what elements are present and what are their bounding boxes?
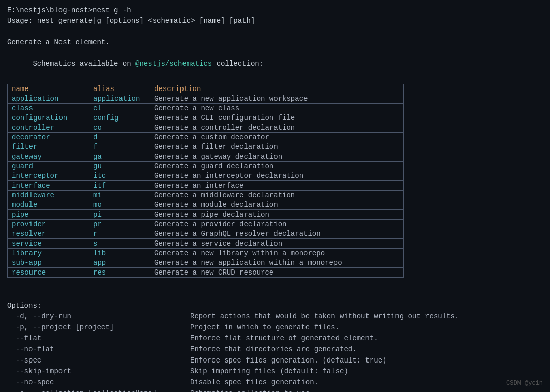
option-flag: --no-flat xyxy=(7,344,190,355)
option-desc: Enforce that directories are generated. xyxy=(190,344,357,355)
option-row: --skip-import Skip importing files (defa… xyxy=(7,366,543,377)
table-cell-desc: Generate a new application within a mono… xyxy=(154,259,342,267)
table-cell-alias: application xyxy=(93,95,154,103)
table-header-row: name alias description xyxy=(8,84,403,94)
table-cell-name: service xyxy=(12,239,93,248)
table-cell-name: gateway xyxy=(12,153,93,161)
table-row: resource res Generate a new CRUD resourc… xyxy=(8,268,403,277)
table-cell-name: class xyxy=(12,104,93,112)
table-row: decorator d Generate a custom decorator xyxy=(8,133,403,142)
table-cell-name: interface xyxy=(12,182,93,190)
table-cell-alias: itc xyxy=(93,172,154,180)
option-row: --flat Enforce flat structure of generat… xyxy=(7,333,543,344)
table-row: library lib Generate a new library withi… xyxy=(8,249,403,258)
option-flag: --spec xyxy=(7,355,190,367)
table-cell-alias: cl xyxy=(93,104,154,112)
table-cell-desc: Generate a gateway declaration xyxy=(154,153,282,161)
blank-line1 xyxy=(7,26,543,37)
table-row: module mo Generate a module declaration xyxy=(8,200,403,210)
table-cell-name: configuration xyxy=(12,114,93,122)
table-cell-desc: Generate a guard declaration xyxy=(154,162,273,170)
table-row: resolver r Generate a GraphQL resolver d… xyxy=(8,229,403,239)
table-cell-desc: Generate a controller declaration xyxy=(154,124,295,132)
schematics-line: Schematics available on @nestjs/schemati… xyxy=(7,48,543,80)
option-row: --no-flat Enforce that directories are g… xyxy=(7,344,543,355)
prompt-line1: E:\nestjs\blog-nest>nest g -h xyxy=(7,5,543,16)
option-flag: --no-spec xyxy=(7,377,190,388)
table-cell-desc: Generate a new class xyxy=(154,104,239,112)
table-cell-alias: app xyxy=(93,259,154,267)
schematics-table: name alias description application appli… xyxy=(7,84,404,278)
table-cell-name: middleware xyxy=(12,191,93,199)
col-header-alias: alias xyxy=(93,85,154,93)
option-flag: -p, --project [project] xyxy=(7,322,190,334)
table-cell-alias: ga xyxy=(93,153,154,161)
option-desc: Disable spec files generation. xyxy=(190,377,318,388)
table-cell-alias: f xyxy=(93,143,154,151)
table-row: middleware mi Generate a middleware decl… xyxy=(8,191,403,200)
table-row: controller co Generate a controller decl… xyxy=(8,123,403,133)
generate-desc: Generate a Nest element. xyxy=(7,37,543,48)
table-cell-alias: s xyxy=(93,239,154,248)
table-row: filter f Generate a filter declaration xyxy=(8,142,403,152)
options-section: Options: -d, --dry-run Report actions th… xyxy=(7,300,543,392)
table-cell-name: resolver xyxy=(12,230,93,238)
table-row: configuration config Generate a CLI conf… xyxy=(8,113,403,123)
option-flag: --skip-import xyxy=(7,366,190,377)
watermark: CSDN @ycin xyxy=(506,380,543,387)
table-cell-desc: Generate a filter declaration xyxy=(154,143,278,151)
col-header-name: name xyxy=(12,85,93,93)
option-flag: --flat xyxy=(7,333,190,344)
table-cell-alias: itf xyxy=(93,182,154,190)
table-cell-alias: config xyxy=(93,114,154,122)
table-cell-desc: Generate an interceptor declaration xyxy=(154,172,303,180)
table-row: class cl Generate a new class xyxy=(8,104,403,113)
option-desc: Enforce spec files generation. (default:… xyxy=(190,355,386,367)
option-desc: Skip importing files (default: false) xyxy=(190,366,348,377)
blank-line2 xyxy=(7,282,543,292)
table-cell-name: resource xyxy=(12,268,93,277)
table-cell-desc: Generate an interface xyxy=(154,182,243,190)
options-header: Options: xyxy=(7,300,543,311)
schematics-prefix: Schematics available on xyxy=(24,59,135,68)
schematics-highlight: @nestjs/schematics xyxy=(135,59,212,68)
option-row: --no-spec Disable spec files generation. xyxy=(7,377,543,388)
table-cell-alias: gu xyxy=(93,162,154,170)
table-cell-alias: mi xyxy=(93,191,154,199)
table-cell-desc: Generate a new application workspace xyxy=(154,95,308,103)
table-cell-name: guard xyxy=(12,162,93,170)
table-cell-alias: co xyxy=(93,124,154,132)
prompt-line2: Usage: nest generate|g [options] <schema… xyxy=(7,16,543,26)
table-row: service s Generate a service declaration xyxy=(8,239,403,249)
table-row: application application Generate a new a… xyxy=(8,94,403,104)
terminal: E:\nestjs\blog-nest>nest g -h Usage: nes… xyxy=(7,5,543,392)
option-row: -c, --collection [collectionName] Schema… xyxy=(7,388,543,392)
option-desc: Project in which to generate files. xyxy=(190,322,340,334)
table-cell-alias: r xyxy=(93,230,154,238)
table-cell-desc: Generate a CLI configuration file xyxy=(154,114,295,122)
table-row: gateway ga Generate a gateway declaratio… xyxy=(8,152,403,162)
table-cell-name: decorator xyxy=(12,133,93,141)
col-header-desc: description xyxy=(154,85,201,93)
table-cell-desc: Generate a service declaration xyxy=(154,239,282,248)
schematics-suffix: collection: xyxy=(212,59,263,68)
table-cell-alias: mo xyxy=(93,201,154,209)
table-row: sub-app app Generate a new application w… xyxy=(8,258,403,268)
table-cell-desc: Generate a new CRUD resource xyxy=(154,268,273,277)
table-cell-desc: Generate a custom decorator xyxy=(154,133,269,141)
table-cell-name: interceptor xyxy=(12,172,93,180)
table-cell-desc: Generate a provider declaration xyxy=(154,220,286,228)
table-cell-name: provider xyxy=(12,220,93,228)
option-desc: Enforce flat structure of generated elem… xyxy=(190,333,378,344)
table-cell-desc: Generate a GraphQL resolver declaration xyxy=(154,230,321,238)
table-cell-name: filter xyxy=(12,143,93,151)
option-flag: -d, --dry-run xyxy=(7,311,190,322)
table-cell-desc: Generate a module declaration xyxy=(154,201,278,209)
table-row: pipe pi Generate a pipe declaration xyxy=(8,210,403,220)
option-row: -p, --project [project] Project in which… xyxy=(7,322,543,334)
table-cell-alias: res xyxy=(93,268,154,277)
option-flag: -c, --collection [collectionName] xyxy=(7,388,190,392)
table-row: interceptor itc Generate an interceptor … xyxy=(8,171,403,181)
table-cell-name: library xyxy=(12,249,93,257)
option-row: --spec Enforce spec files generation. (d… xyxy=(7,355,543,367)
